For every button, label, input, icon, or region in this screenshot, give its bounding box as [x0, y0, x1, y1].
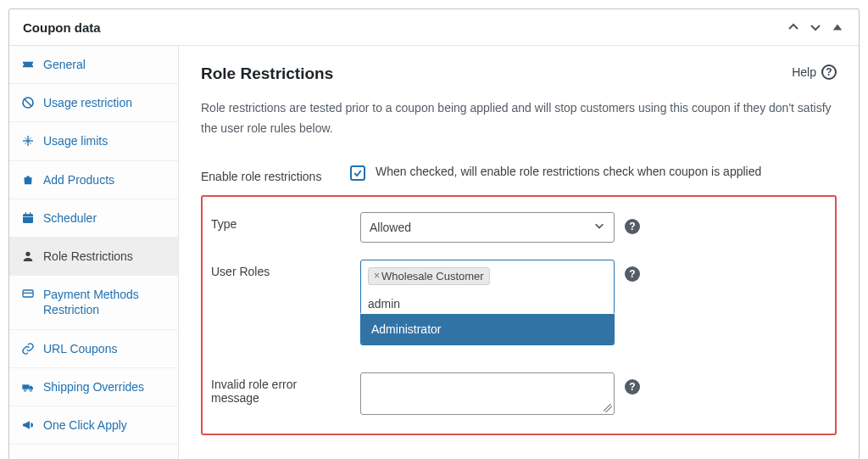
svg-rect-10 [30, 212, 31, 215]
error-msg-label: Invalid role error message [211, 372, 347, 405]
svg-rect-13 [23, 293, 33, 294]
row-user-roles: User Roles × Wholesale Customer [211, 251, 826, 323]
svg-point-15 [24, 389, 26, 391]
error-msg-textarea[interactable] [360, 372, 615, 415]
type-help-icon[interactable]: ? [625, 219, 640, 234]
panel-body: General Usage restriction Usage limits A… [9, 46, 859, 459]
sidebar-item-scheduler[interactable]: Scheduler [9, 199, 178, 238]
highlighted-settings: Type Allowed ? User Roles [201, 195, 837, 435]
calendar-icon [21, 211, 35, 225]
sidebar-item-label: Add Products [43, 172, 114, 188]
sidebar-item-label: Usage limits [43, 133, 108, 148]
sidebar-item-label: Shipping Overrides [43, 379, 144, 395]
enable-hint: When checked, will enable role restricti… [376, 165, 761, 178]
sidebar-item-usage-restriction[interactable]: Usage restriction [9, 84, 178, 122]
sidebar: General Usage restriction Usage limits A… [9, 46, 179, 459]
svg-line-2 [25, 99, 31, 106]
sidebar-item-payment-methods-restriction[interactable]: Payment Methods Restriction [9, 276, 178, 329]
svg-rect-7 [23, 214, 33, 223]
type-label: Type [211, 212, 347, 231]
sidebar-item-shipping-overrides[interactable]: Shipping Overrides [9, 368, 178, 406]
limits-icon [21, 134, 35, 148]
resize-handle-icon[interactable] [604, 404, 612, 412]
user-roles-search-input[interactable] [361, 292, 614, 314]
help-icon: ? [821, 64, 837, 80]
user-roles-label: User Roles [211, 260, 347, 278]
svg-point-11 [25, 252, 30, 256]
coupon-data-panel: Coupon data General [8, 8, 860, 459]
row-type: Type Allowed ? [211, 204, 826, 251]
sidebar-item-label: Scheduler [43, 210, 97, 226]
main-content: Help ? Role Restrictions Role restrictio… [179, 46, 859, 459]
selected-role-tag: × Wholesale Customer [368, 267, 490, 285]
error-msg-help-icon[interactable]: ? [625, 379, 640, 395]
type-selected-value: Allowed [370, 221, 411, 234]
user-roles-dropdown: Administrator [360, 314, 615, 345]
svg-rect-14 [22, 384, 29, 389]
user-icon [21, 249, 35, 263]
sidebar-item-label: URL Coupons [43, 341, 117, 356]
user-roles-help-icon[interactable]: ? [625, 266, 640, 282]
row-enable-role-restrictions: Enable role restrictions When checked, w… [201, 156, 837, 192]
page-description: Role restrictions are tested prior to a … [201, 98, 837, 139]
page-title: Role Restrictions [201, 64, 837, 83]
sidebar-item-label: General [43, 57, 86, 72]
panel-header: Coupon data [9, 9, 859, 46]
dropdown-option-administrator[interactable]: Administrator [361, 314, 614, 344]
ticket-icon [21, 58, 35, 71]
svg-rect-8 [23, 216, 33, 217]
sidebar-item-label: Payment Methods Restriction [43, 287, 166, 317]
tag-label: Wholesale Customer [381, 270, 484, 283]
panel-move-down-icon[interactable] [808, 20, 823, 35]
truck-icon [21, 380, 35, 394]
help-link[interactable]: Help ? [792, 64, 837, 80]
sidebar-item-usage-limits[interactable]: Usage limits [9, 122, 178, 160]
sidebar-item-url-coupons[interactable]: URL Coupons [9, 330, 178, 368]
panel-title: Coupon data [23, 20, 101, 35]
chevron-down-icon [593, 220, 605, 234]
svg-marker-0 [833, 25, 843, 31]
svg-point-16 [30, 389, 32, 391]
bag-icon [21, 173, 35, 187]
sidebar-item-one-click-apply[interactable]: One Click Apply [9, 406, 178, 445]
megaphone-icon [21, 418, 35, 432]
enable-label: Enable role restrictions [201, 165, 337, 183]
panel-toggle-icon[interactable] [830, 20, 845, 35]
sidebar-item-label: Usage restriction [43, 95, 132, 110]
svg-rect-9 [25, 212, 26, 215]
block-icon [21, 96, 35, 109]
sidebar-item-add-products[interactable]: Add Products [9, 161, 178, 199]
row-invalid-role-error: Invalid role error message ? [211, 364, 826, 423]
sidebar-item-general[interactable]: General [9, 46, 178, 84]
remove-tag-icon[interactable]: × [374, 270, 380, 282]
sidebar-item-role-restrictions[interactable]: Role Restrictions [9, 238, 178, 276]
sidebar-item-label: Role Restrictions [43, 249, 133, 264]
type-select[interactable]: Allowed [360, 212, 615, 243]
user-roles-multiselect[interactable]: × Wholesale Customer Administrator [360, 260, 615, 315]
card-icon [21, 287, 35, 300]
sidebar-item-label: One Click Apply [43, 417, 127, 433]
panel-actions [786, 20, 845, 35]
panel-move-up-icon[interactable] [786, 20, 801, 35]
link-icon [21, 342, 35, 355]
help-label: Help [792, 65, 816, 79]
enable-role-restrictions-checkbox[interactable] [350, 165, 365, 181]
